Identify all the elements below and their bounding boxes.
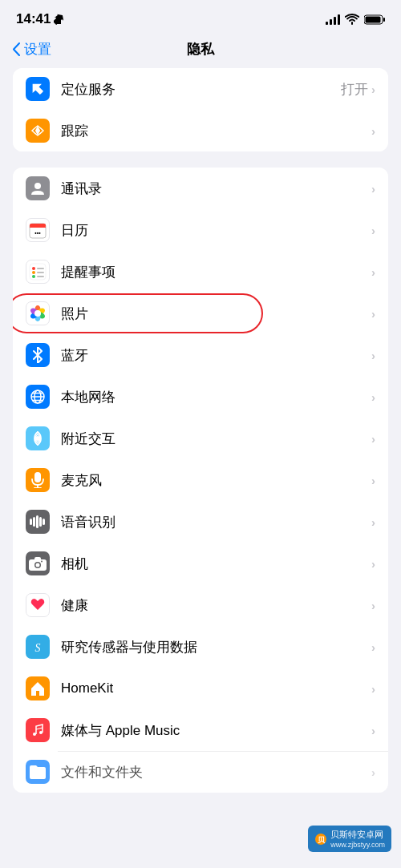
bluetooth-icon [26,343,50,367]
watermark-logo: 贝 [314,833,327,846]
homekit-chevron: › [371,682,375,696]
svg-line-46 [36,728,43,729]
reminders-svg [29,263,47,281]
contacts-row[interactable]: 通讯录 › [13,168,388,209]
location-label: 定位服务 [61,80,341,99]
location-chevron: › [371,83,375,96]
media-label: 媒体与 Apple Music [61,721,371,740]
status-bar: 14:41 [0,0,401,34]
speech-right: › [371,515,375,529]
svg-rect-3 [366,16,381,22]
local-network-row[interactable]: 本地网络 › [13,376,388,418]
nearby-label: 附近交互 [61,430,371,448]
health-right: › [371,599,375,612]
status-time: 14:41 [16,11,63,27]
local-network-label: 本地网络 [61,388,371,406]
speech-row[interactable]: 语音识别 › [13,501,388,543]
calendar-label: 日历 [61,221,371,240]
svg-rect-15 [37,268,44,269]
reminders-label: 提醒事项 [61,263,371,281]
local-network-right: › [371,390,375,404]
media-right: › [371,724,375,737]
music-svg [30,722,46,738]
research-label: 研究传感器与使用数据 [61,638,371,656]
calendar-icon: ••• [26,218,50,242]
calendar-chevron: › [371,224,375,237]
back-button[interactable]: 设置 [13,40,51,59]
files-icon [26,760,50,784]
reminders-icon [26,260,50,284]
watermark-text: 贝斯特安卓网 www.zjbstyy.com [330,829,385,849]
nearby-row[interactable]: 附近交互 › [13,418,388,459]
photos-right: › [371,307,375,321]
health-label: 健康 [61,596,371,615]
bluetooth-svg [31,347,44,363]
files-right: › [371,765,375,779]
battery-icon [364,14,385,25]
calendar-row[interactable]: ••• 日历 › [13,209,388,251]
page-title: 隐私 [187,40,214,59]
svg-rect-40 [34,557,41,561]
files-svg [30,765,46,779]
location-right: 打开 › [341,80,375,99]
microphone-right: › [371,474,375,487]
speech-chevron: › [371,515,375,529]
calendar-svg: ••• [29,221,47,239]
svg-point-42 [36,563,40,567]
reminders-chevron: › [371,265,375,279]
research-row[interactable]: S 研究传感器与使用数据 › [13,626,388,668]
photos-label: 照片 [61,305,371,323]
location-svg [31,83,44,95]
svg-point-5 [36,129,40,133]
svg-point-13 [32,271,35,274]
contacts-svg [30,180,46,196]
location-status: 打开 [341,80,368,99]
location-status-icon [54,14,63,25]
research-svg: S [29,638,47,656]
camera-row[interactable]: 相机 › [13,543,388,584]
camera-svg [29,557,47,571]
svg-point-6 [34,183,41,189]
microphone-icon [26,468,50,492]
nearby-right: › [371,432,375,446]
contacts-label: 通讯录 [61,180,371,198]
media-row[interactable]: 媒体与 Apple Music › [13,709,388,751]
svg-rect-37 [39,517,42,527]
network-svg [30,389,46,405]
files-row[interactable]: 文件和文件夹 › [13,751,388,793]
homekit-row[interactable]: HomeKit › [13,668,388,709]
svg-rect-36 [36,515,38,528]
tracking-right: › [371,124,375,138]
health-svg [29,596,47,614]
nearby-chevron: › [371,432,375,446]
svg-point-43 [41,560,43,562]
health-chevron: › [371,599,375,612]
bluetooth-row[interactable]: 蓝牙 › [13,334,388,376]
signal-icon [326,14,340,25]
local-network-icon [26,385,50,409]
svg-point-14 [32,275,35,278]
bluetooth-chevron: › [371,349,375,362]
location-services-row[interactable]: 定位服务 打开 › [13,68,388,110]
health-icon [26,593,50,617]
health-row[interactable]: 健康 › [13,584,388,626]
research-right: › [371,640,375,654]
microphone-chevron: › [371,474,375,487]
bluetooth-label: 蓝牙 [61,346,371,365]
svg-rect-16 [37,272,44,273]
contacts-right: › [371,182,375,196]
microphone-svg [31,472,44,488]
reminders-row[interactable]: 提醒事项 › [13,251,388,293]
speech-label: 语音识别 [61,513,371,531]
svg-point-12 [32,267,35,270]
svg-rect-9 [30,227,46,228]
location-icon [26,77,50,101]
microphone-row[interactable]: 麦克风 › [13,459,388,501]
photos-chevron: › [371,307,375,321]
svg-point-24 [34,310,41,317]
tracking-icon [26,119,50,143]
calendar-right: › [371,224,375,237]
photos-row[interactable]: 照片 › [13,293,388,334]
tracking-row[interactable]: 跟踪 › [13,110,388,151]
nearby-svg [30,430,46,446]
